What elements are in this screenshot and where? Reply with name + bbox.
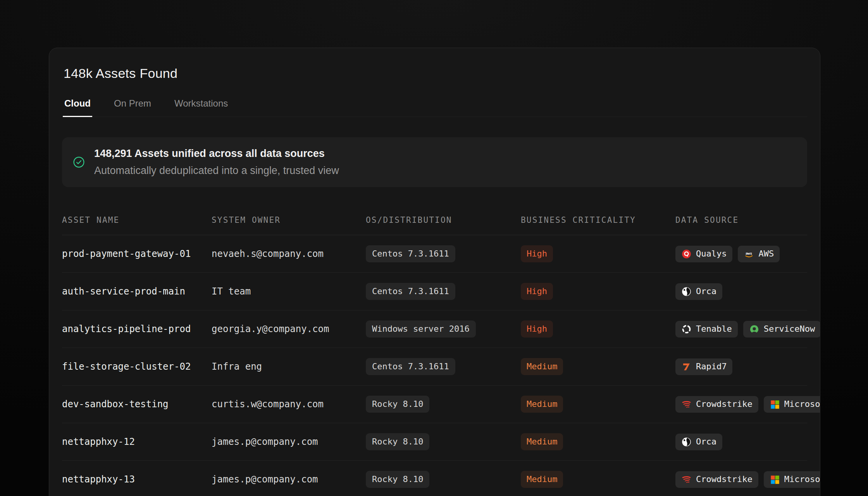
table-row[interactable]: nettapphxy-12james.p@company.comRocky 8.… xyxy=(62,423,807,461)
table-row[interactable]: auth-service-prod-mainIT teamCentos 7.3.… xyxy=(62,273,807,310)
assets-panel: 148k Assets Found Cloud On Prem Workstat… xyxy=(49,48,820,496)
table-row[interactable]: analytics-pipeline-prodgeorgia.y@company… xyxy=(62,310,807,348)
column-header-system-owner: SYSTEM OWNER xyxy=(212,215,366,225)
asset-name: prod-payment-gateway-01 xyxy=(62,248,212,259)
tab-on-prem[interactable]: On Prem xyxy=(112,98,153,117)
data-source-cell: Orca xyxy=(675,434,807,450)
criticality-cell: Medium xyxy=(521,396,675,413)
data-source-chip-tenable[interactable]: Tenable xyxy=(675,321,738,338)
data-source-label: Crowdstrike xyxy=(696,399,753,409)
rapid7-icon xyxy=(681,362,692,372)
data-source-cell: Orca xyxy=(675,283,807,300)
data-source-chip-qualys[interactable]: Qualys xyxy=(675,246,732,262)
data-source-label: AWS xyxy=(758,249,774,259)
servicenow-icon xyxy=(749,324,760,334)
criticality-badge: High xyxy=(521,283,553,300)
table-row[interactable]: prod-payment-gateway-01nevaeh.s@company.… xyxy=(62,235,807,273)
os-chip: Centos 7.3.1611 xyxy=(366,245,455,262)
tab-cloud[interactable]: Cloud xyxy=(63,98,92,117)
data-source-label: Tenable xyxy=(696,324,732,334)
microsoft-icon xyxy=(770,474,780,485)
data-source-label: Crowdstrike xyxy=(696,474,753,484)
data-source-chip-microsoft[interactable]: Microsoft xyxy=(764,471,820,488)
os-chip: Centos 7.3.1611 xyxy=(366,283,455,300)
tenable-icon xyxy=(681,324,692,334)
table-row[interactable]: nettapphxy-13james.p@company.comRocky 8.… xyxy=(62,461,807,496)
data-source-cell: Rapid7 xyxy=(675,358,807,375)
check-circle-icon xyxy=(73,156,85,168)
criticality-badge: High xyxy=(521,320,553,338)
criticality-badge: Medium xyxy=(521,358,563,375)
qualys-icon xyxy=(681,249,692,259)
system-owner: james.p@company.com xyxy=(212,474,366,485)
data-source-chip-orca[interactable]: Orca xyxy=(675,434,722,450)
data-source-label: Orca xyxy=(696,286,716,296)
column-header-business-criticality: BUSINESS CRITICALITY xyxy=(521,215,675,225)
data-source-chip-servicenow[interactable]: ServiceNow xyxy=(743,321,820,338)
data-source-chip-crowdstrike[interactable]: Crowdstrike xyxy=(675,396,758,413)
banner-title: 148,291 Assets unified across all data s… xyxy=(94,145,339,162)
aws-icon: aws xyxy=(744,249,754,259)
os-cell: Rocky 8.10 xyxy=(366,433,521,450)
svg-text:aws: aws xyxy=(746,251,752,255)
orca-icon xyxy=(681,437,692,447)
criticality-cell: Medium xyxy=(521,433,675,450)
asset-name: auth-service-prod-main xyxy=(62,286,212,297)
criticality-cell: Medium xyxy=(521,471,675,488)
banner-text: 148,291 Assets unified across all data s… xyxy=(94,145,339,179)
criticality-cell: Medium xyxy=(521,358,675,375)
criticality-badge: Medium xyxy=(521,471,563,488)
microsoft-icon xyxy=(770,399,780,410)
data-source-chip-aws[interactable]: awsAWS xyxy=(738,246,780,262)
system-owner: nevaeh.s@company.com xyxy=(212,248,366,259)
asset-name: file-storage-cluster-02 xyxy=(62,361,212,372)
system-owner: james.p@company.com xyxy=(212,436,366,447)
data-source-chip-microsoft[interactable]: Microsoft xyxy=(764,396,820,413)
assets-table: ASSET NAME SYSTEM OWNER OS/DISTRIBUTION … xyxy=(62,205,807,496)
data-source-cell: QualysawsAWS xyxy=(675,246,807,262)
column-header-asset-name: ASSET NAME xyxy=(62,215,212,225)
os-cell: Rocky 8.10 xyxy=(366,471,521,488)
os-cell: Centos 7.3.1611 xyxy=(366,283,521,300)
tab-bar: Cloud On Prem Workstations xyxy=(62,98,807,117)
data-source-cell: TenableServiceNow xyxy=(675,321,820,338)
banner-subtitle: Automatically deduplicated into a single… xyxy=(94,162,339,179)
data-source-chip-orca[interactable]: Orca xyxy=(675,283,722,300)
summary-banner: 148,291 Assets unified across all data s… xyxy=(62,137,807,187)
page-title: 148k Assets Found xyxy=(64,66,807,81)
os-chip: Rocky 8.10 xyxy=(366,433,429,450)
data-source-label: Qualys xyxy=(696,249,727,259)
criticality-badge: High xyxy=(521,245,553,262)
data-source-cell: CrowdstrikeMicrosoft xyxy=(675,471,820,488)
os-cell: Centos 7.3.1611 xyxy=(366,358,521,375)
orca-icon xyxy=(681,286,692,297)
column-header-os-distribution: OS/DISTRIBUTION xyxy=(366,215,521,225)
system-owner: curtis.w@company.com xyxy=(212,399,366,410)
asset-name: dev-sandbox-testing xyxy=(62,399,212,410)
data-source-chip-rapid7[interactable]: Rapid7 xyxy=(675,358,732,375)
column-header-data-source: DATA SOURCE xyxy=(675,215,807,225)
asset-name: analytics-pipeline-prod xyxy=(62,324,212,334)
criticality-cell: High xyxy=(521,320,675,338)
os-cell: Centos 7.3.1611 xyxy=(366,245,521,262)
asset-name: nettapphxy-13 xyxy=(62,474,212,485)
os-cell: Rocky 8.10 xyxy=(366,396,521,413)
data-source-label: Orca xyxy=(696,437,716,447)
os-cell: Windows server 2016 xyxy=(366,320,521,338)
table-row[interactable]: file-storage-cluster-02Infra engCentos 7… xyxy=(62,348,807,386)
table-header: ASSET NAME SYSTEM OWNER OS/DISTRIBUTION … xyxy=(62,205,807,235)
criticality-cell: High xyxy=(521,283,675,300)
os-chip: Rocky 8.10 xyxy=(366,471,429,488)
data-source-cell: CrowdstrikeMicrosoft xyxy=(675,396,820,413)
crowdstrike-icon xyxy=(681,399,692,410)
os-chip: Rocky 8.10 xyxy=(366,396,429,413)
system-owner: georgia.y@company.com xyxy=(212,324,366,334)
data-source-chip-crowdstrike[interactable]: Crowdstrike xyxy=(675,471,758,488)
data-source-label: Microsoft xyxy=(784,399,820,409)
tab-workstations[interactable]: Workstations xyxy=(173,98,229,117)
table-row[interactable]: dev-sandbox-testingcurtis.w@company.comR… xyxy=(62,386,807,423)
criticality-cell: High xyxy=(521,245,675,262)
table-body: prod-payment-gateway-01nevaeh.s@company.… xyxy=(62,235,807,496)
data-source-label: Rapid7 xyxy=(696,362,727,372)
criticality-badge: Medium xyxy=(521,396,563,413)
